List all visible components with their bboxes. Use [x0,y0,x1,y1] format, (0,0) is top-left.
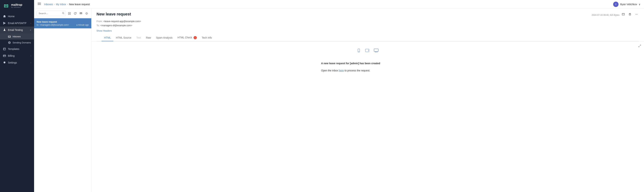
email-body-line1: A new leave request for [admin] has been… [321,61,414,65]
email-list-item[interactable]: New leave request to: <managers-dl@examp… [34,18,91,28]
chevron-right-icon-settings: › [30,62,31,64]
select-all-button[interactable] [79,11,83,16]
compose-button[interactable] [67,11,72,16]
breadcrumb-sep-2: › [67,3,68,6]
globe-icon [8,41,11,44]
credit-card-icon [3,54,6,58]
tab-raw[interactable]: Raw [144,34,154,41]
email-detail-header: New leave request 2024-07-16 09:40, 615 … [92,8,644,42]
email-body-line1-text: A new leave request for [admin] has been… [321,62,380,65]
svg-point-29 [636,14,636,14]
logo-name: mailtrap [11,3,22,6]
expand-button[interactable] [638,44,641,48]
search-wrap [36,11,66,16]
email-action-more[interactable] [634,12,639,18]
gear-icon [3,61,6,64]
sidebar-item-home-label: Home [8,15,31,18]
email-body-here-link[interactable]: here [339,69,344,72]
desktop-view-button[interactable] [373,48,380,54]
search-button[interactable] [62,12,64,15]
tab-html-check[interactable]: HTML Check 1 [175,34,199,42]
tab-html-check-label: HTML Check [178,36,192,39]
email-item-to: to: <managers-dl@example.com> [36,24,69,26]
svg-point-23 [86,13,87,14]
email-action-view[interactable] [621,12,626,18]
tab-html[interactable]: HTML [102,34,113,41]
hamburger-icon[interactable] [38,2,41,6]
sidebar-item-email-testing-label: Email Testing [8,28,28,32]
svg-rect-19 [80,13,81,14]
chevron-right-icon-billing: › [30,55,31,57]
email-item-time: a minute ago [76,24,89,26]
topbar: Inboxes › My Inbox › New leave request I… [34,0,644,8]
email-body: A new leave request for [admin] has been… [92,42,644,192]
inbox-settings-button[interactable] [84,11,89,16]
svg-rect-13 [38,4,41,5]
sidebar-item-billing-label: Billing [8,54,29,57]
tablet-view-button[interactable] [364,48,370,54]
middle-panel: New leave request to: <managers-dl@examp… [34,8,644,192]
tab-text: Text [134,34,144,41]
user-avatar: I [613,2,618,7]
chevron-right-icon: › [30,22,31,24]
user-name: Iliyan Velichkov [620,3,637,6]
sidebar: mailtrap by railsware Home Email API/SMT… [0,0,34,192]
device-switcher [96,46,639,58]
inbox-toolbar [34,8,91,18]
tab-tech-info[interactable]: Tech Info [199,34,214,41]
inbox-icon [8,35,11,38]
svg-rect-12 [38,4,41,4]
search-input[interactable] [36,11,66,16]
user-menu[interactable]: I Iliyan Velichkov ∨ [613,2,640,7]
sidebar-item-sending-domains-label: Sending Domains [12,41,31,44]
from-label: From: [96,20,102,22]
breadcrumb-inboxes[interactable]: Inboxes [44,3,53,6]
breadcrumb-my-inbox[interactable]: My Inbox [56,3,66,6]
refresh-button[interactable] [73,11,77,16]
tabs-bar: HTML HTML Source Text Raw Spam Analysis … [96,34,639,42]
svg-rect-26 [629,14,631,15]
svg-rect-20 [81,13,82,14]
show-headers-link[interactable]: Show Headers [96,30,112,32]
sidebar-nav: Home Email API/SMTP › Email Testing ∨ In… [0,12,34,192]
sidebar-item-sending-domains[interactable]: Sending Domains [0,40,34,46]
to-value: <managers-dl@example.com> [100,24,132,27]
svg-rect-10 [4,56,4,56]
svg-rect-0 [3,2,9,9]
svg-rect-11 [38,3,41,3]
sidebar-item-settings[interactable]: Settings › [0,59,34,66]
main-content: Inboxes › My Inbox › New leave request I… [34,0,644,192]
sidebar-item-email-api[interactable]: Email API/SMTP › [0,20,34,26]
beaker-icon [3,28,6,32]
email-from-to: From:<leave-request-app@example.com> To:… [96,19,639,28]
logo-sub: by railsware [11,6,22,8]
email-detail: New leave request 2024-07-16 09:40, 615 … [92,8,644,192]
email-title: New leave request [96,12,131,16]
email-action-delete[interactable] [628,12,632,18]
svg-rect-38 [374,49,378,52]
email-header-actions [621,12,639,18]
templates-icon [3,47,6,50]
sidebar-item-home[interactable]: Home [0,13,34,20]
svg-point-14 [62,12,64,14]
svg-rect-5 [4,48,6,50]
email-body-line2-suffix: to process the request. [344,69,370,72]
svg-rect-22 [81,12,82,13]
sidebar-item-templates-label: Templates [8,48,31,50]
tab-spam-analysis[interactable]: Spam Analysis [154,34,175,41]
send-icon [3,22,6,25]
email-item-subject: New leave request [36,20,89,23]
sidebar-item-templates[interactable]: Templates [0,46,34,52]
sidebar-item-email-testing[interactable]: Email Testing ∨ [0,26,34,34]
to-label: To: [96,24,100,27]
tab-html-source[interactable]: HTML Source [113,34,134,41]
svg-rect-21 [80,12,81,13]
sidebar-item-settings-label: Settings [8,61,29,64]
sidebar-item-billing[interactable]: Billing › [0,52,34,59]
svg-point-30 [636,14,637,14]
svg-point-31 [637,14,638,14]
sidebar-item-inboxes[interactable]: Inboxes [0,34,34,40]
email-date: 2024-07-16 09:40, 615 Bytes [592,14,620,16]
mobile-view-button[interactable] [356,48,362,54]
chevron-down-icon: ∨ [30,29,31,31]
